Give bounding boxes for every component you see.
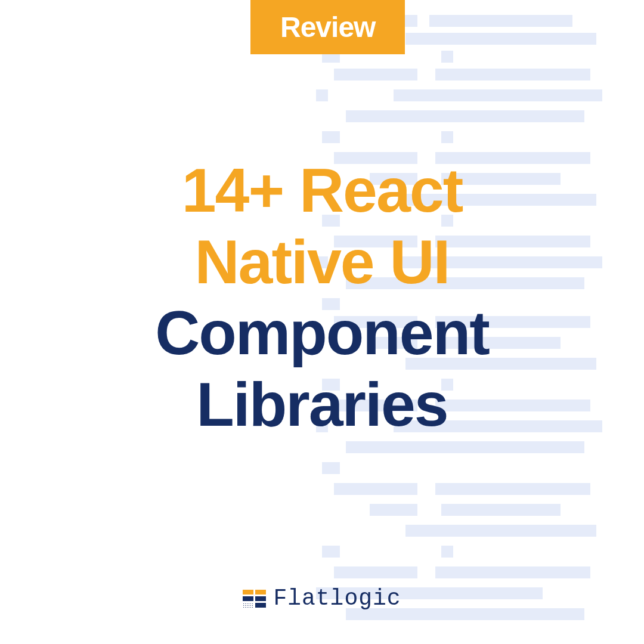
badge-label: Review — [280, 11, 375, 43]
main-title: 14+ React Native UI Component Libraries — [0, 155, 644, 440]
brand-logo: Flatlogic — [0, 586, 644, 611]
logo-icon — [243, 590, 266, 608]
title-line-3: Component — [0, 298, 644, 369]
title-line-4: Libraries — [0, 369, 644, 441]
title-line-2: Native UI — [0, 227, 644, 298]
category-badge: Review — [250, 0, 405, 54]
logo-text: Flatlogic — [273, 586, 401, 611]
title-line-1: 14+ React — [0, 155, 644, 227]
